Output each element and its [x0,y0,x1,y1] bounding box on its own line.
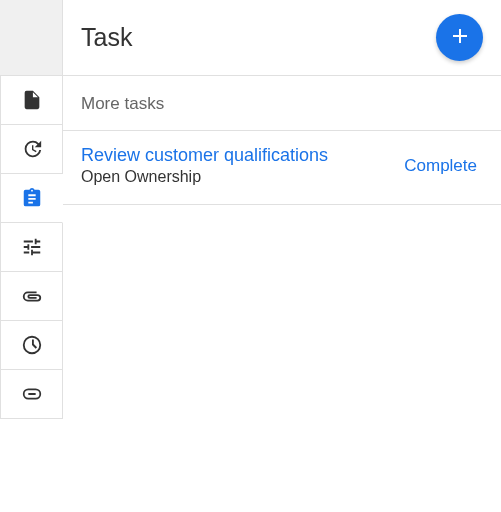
sidebar-item-task[interactable] [0,174,63,223]
link-icon [21,383,43,405]
task-row: Review customer qualifications Open Owne… [63,131,501,205]
main-panel: Task More tasks Review customer qualific… [63,0,501,512]
sidebar [0,0,63,512]
task-header: Task [63,0,501,76]
task-info: Review customer qualifications Open Owne… [81,145,328,186]
task-subtitle: Open Ownership [81,168,328,186]
more-tasks-header: More tasks [63,76,501,131]
page-title: Task [81,23,132,52]
sidebar-item-clock[interactable] [0,321,63,370]
sidebar-item-tune[interactable] [0,223,63,272]
sidebar-spacer [0,0,63,76]
sidebar-item-link[interactable] [0,370,63,419]
sidebar-item-file[interactable] [0,76,63,125]
sidebar-item-history[interactable] [0,125,63,174]
history-icon [21,138,43,160]
complete-button[interactable]: Complete [404,156,477,176]
file-icon [21,89,43,111]
attachment-icon [21,285,43,307]
clock-icon [21,334,43,356]
clipboard-icon [21,187,43,209]
tune-icon [21,236,43,258]
add-task-button[interactable] [436,14,483,61]
plus-icon [448,24,472,52]
task-title-link[interactable]: Review customer qualifications [81,145,328,166]
sidebar-item-attachment[interactable] [0,272,63,321]
